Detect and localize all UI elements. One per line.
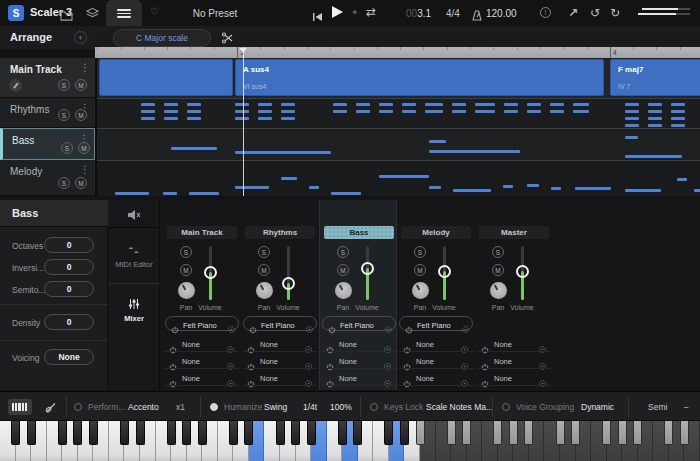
humanize-value[interactable]: Swing	[264, 402, 287, 412]
solo-button[interactable]: S	[337, 246, 349, 258]
instrument-icon[interactable]	[44, 400, 57, 418]
black-key-5[interactable]	[89, 421, 98, 445]
tab-midi-editor[interactable]: MIDI Editor	[108, 228, 160, 283]
gear-icon[interactable]	[460, 374, 469, 383]
track-menu-icon[interactable]: ⋮	[80, 164, 90, 175]
track-header-rhythms[interactable]: Rhythms⋮SM	[0, 98, 95, 128]
channel-header-main-track[interactable]: Main Track	[167, 226, 237, 239]
black-key-25[interactable]	[400, 421, 409, 445]
black-key-0[interactable]	[11, 421, 20, 445]
black-key-12[interactable]	[198, 421, 207, 445]
power-icon[interactable]	[247, 357, 256, 366]
mute-button[interactable]: M	[75, 177, 87, 189]
param-value-inversi-[interactable]: 0	[44, 259, 94, 275]
scissors-icon[interactable]	[221, 30, 233, 48]
instrument-slot[interactable]: None	[165, 371, 239, 385]
add-track-button[interactable]: +	[74, 31, 87, 44]
black-key-42[interactable]	[664, 421, 673, 445]
gear-icon[interactable]	[384, 320, 393, 329]
instrument-slot[interactable]: None	[243, 337, 317, 351]
tempo-display[interactable]: 120.00	[486, 8, 517, 19]
time-signature[interactable]: 4/4	[446, 8, 460, 19]
voice-grouping-value[interactable]: Dynamic	[581, 402, 614, 412]
solo-button[interactable]: S	[258, 246, 270, 258]
solo-button[interactable]: S	[492, 246, 504, 258]
position-display[interactable]: 003.1	[406, 8, 431, 19]
track-lane-melody[interactable]	[95, 160, 700, 196]
black-key-33[interactable]	[524, 421, 533, 445]
channel-header-rhythms[interactable]: Rhythms	[245, 226, 315, 239]
mute-button[interactable]: M	[258, 264, 270, 276]
speaker-mute-icon[interactable]	[127, 207, 141, 225]
humanize-radio[interactable]	[210, 403, 218, 411]
play-button[interactable]	[332, 6, 343, 18]
instrument-slot[interactable]: None	[477, 354, 551, 368]
instrument-slot[interactable]: None	[243, 371, 317, 385]
black-key-14[interactable]	[229, 421, 238, 445]
gear-icon[interactable]	[304, 374, 313, 383]
gear-icon[interactable]	[226, 374, 235, 383]
power-icon[interactable]	[405, 320, 414, 329]
volume-handle[interactable]	[282, 277, 295, 290]
mute-button[interactable]: M	[180, 264, 192, 276]
black-key-26[interactable]	[416, 421, 425, 445]
gear-icon[interactable]	[460, 340, 469, 349]
edit-icon[interactable]	[9, 79, 22, 92]
gear-icon[interactable]	[304, 340, 313, 349]
pan-knob[interactable]	[178, 282, 195, 299]
power-icon[interactable]	[326, 357, 335, 366]
gear-icon[interactable]	[461, 320, 470, 329]
black-key-28[interactable]	[447, 421, 456, 445]
keyboard-view-button[interactable]	[8, 399, 32, 415]
instrument-slot[interactable]: None	[477, 337, 551, 351]
instrument-selector[interactable]: Felt Piano	[322, 316, 396, 331]
black-key-11[interactable]	[182, 421, 191, 445]
black-key-15[interactable]	[244, 421, 253, 445]
power-icon[interactable]	[403, 374, 412, 383]
instrument-slot[interactable]: None	[322, 337, 396, 351]
instrument-slot[interactable]: None	[399, 371, 473, 385]
tab-mixer[interactable]: Mixer	[108, 284, 160, 339]
power-icon[interactable]	[247, 340, 256, 349]
playhead-handle[interactable]	[239, 48, 247, 53]
black-key-4[interactable]	[73, 421, 82, 445]
humanize-label[interactable]: Humanize	[224, 402, 262, 412]
preset-label[interactable]: No Preset	[165, 8, 265, 19]
alert-icon[interactable]: !	[540, 7, 551, 18]
gear-icon[interactable]	[226, 357, 235, 366]
power-icon[interactable]	[481, 340, 490, 349]
power-icon[interactable]	[169, 340, 178, 349]
black-key-22[interactable]	[353, 421, 362, 445]
transpose-minus-button[interactable]: −	[684, 402, 689, 412]
pan-knob[interactable]	[412, 282, 429, 299]
black-key-8[interactable]	[136, 421, 145, 445]
transpose-label[interactable]: Semi	[648, 402, 667, 412]
channel-header-bass[interactable]: Bass	[324, 226, 394, 239]
black-key-36[interactable]	[571, 421, 580, 445]
black-key-24[interactable]	[384, 421, 393, 445]
humanize-amount[interactable]: 100%	[330, 402, 352, 412]
track-lane-rhythms[interactable]	[95, 98, 700, 128]
volume-handle[interactable]	[438, 265, 451, 278]
instrument-slot[interactable]: None	[322, 371, 396, 385]
solo-button[interactable]: S	[58, 79, 70, 91]
share-icon[interactable]: ↗	[568, 6, 578, 20]
instrument-slot[interactable]: None	[399, 354, 473, 368]
record-button[interactable]: ●	[352, 7, 357, 17]
gear-icon[interactable]	[226, 340, 235, 349]
pan-knob[interactable]	[335, 282, 352, 299]
power-icon[interactable]	[481, 357, 490, 366]
instrument-slot[interactable]: None	[165, 337, 239, 351]
black-key-31[interactable]	[493, 421, 502, 445]
solo-button[interactable]: S	[180, 246, 192, 258]
track-header-main-track[interactable]: Main Track⋮SM	[0, 58, 95, 98]
mute-button[interactable]: M	[75, 109, 87, 121]
perform-label[interactable]: Perform...	[88, 402, 125, 412]
keys-lock-value[interactable]: Scale Notes Ma...	[426, 402, 493, 412]
solo-button[interactable]: S	[414, 246, 426, 258]
power-icon[interactable]	[328, 320, 337, 329]
skip-back-icon[interactable]	[312, 8, 323, 26]
volume-handle[interactable]	[204, 266, 217, 279]
loop-icon[interactable]: ⇄	[366, 5, 376, 19]
gear-icon[interactable]	[460, 357, 469, 366]
